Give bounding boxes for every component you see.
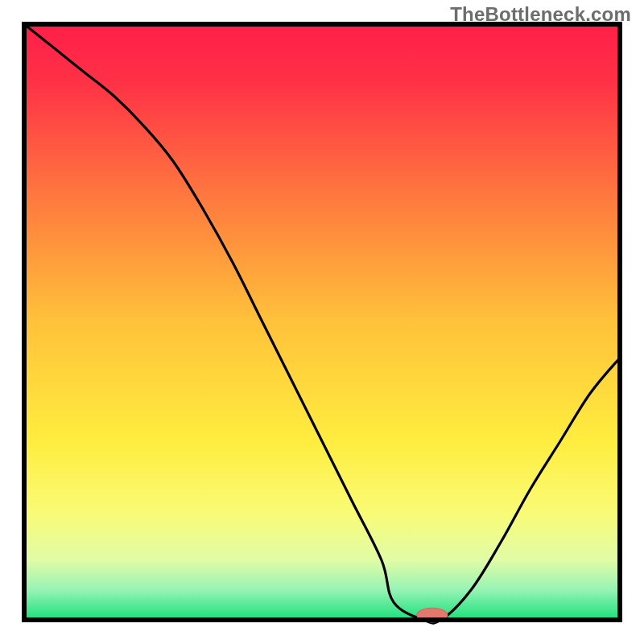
plot-area	[24, 24, 620, 623]
chart-svg	[0, 0, 644, 644]
gradient-bg	[24, 24, 620, 620]
chart-stage: TheBottleneck.com	[0, 0, 644, 644]
